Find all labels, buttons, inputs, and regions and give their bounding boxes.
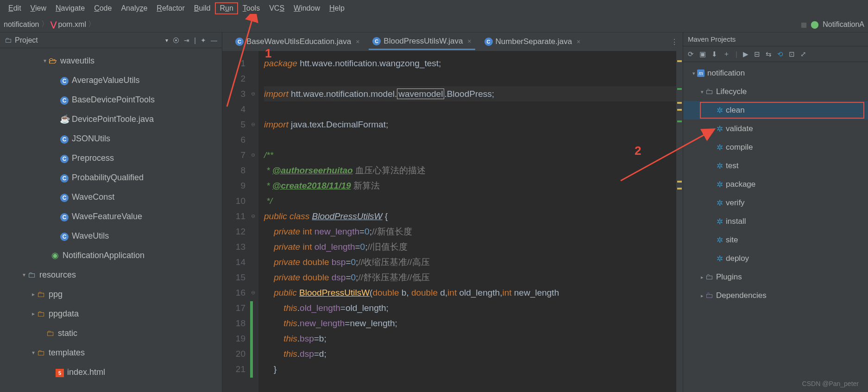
caret-icon[interactable]: ▸ <box>699 293 705 299</box>
maven-item-deploy[interactable]: ✲deploy <box>683 249 868 268</box>
caret-icon[interactable]: ▾ <box>30 349 37 356</box>
fold-icon[interactable]: ⊖ <box>251 285 255 300</box>
show-dependencies-icon[interactable]: ⟲ <box>777 50 783 58</box>
close-icon[interactable]: × <box>356 38 359 45</box>
code-line[interactable]: this.new_length=new_length; <box>264 316 676 331</box>
code-line[interactable]: */ <box>264 193 676 209</box>
tree-item-probabilityqualified[interactable]: CProbabilityQualified <box>0 168 222 187</box>
tree-item-index-html[interactable]: 5index.html <box>0 362 222 382</box>
warning-marker[interactable] <box>677 102 682 104</box>
tree-item-wavefeaturevalue[interactable]: CWaveFeatureValue <box>0 207 222 226</box>
maven-item-clean[interactable]: ✲clean <box>683 101 868 120</box>
menu-build[interactable]: Build <box>189 2 215 14</box>
tree-item-ppgdata[interactable]: ▸🗀ppgdata <box>0 304 222 323</box>
code-line[interactable]: /** <box>264 147 676 163</box>
code-line[interactable]: } <box>264 361 676 377</box>
tree-item-waveutils[interactable]: CWaveUtils <box>0 226 222 246</box>
maven-item-test[interactable]: ✲test <box>683 157 868 175</box>
code-line[interactable]: this.old_length=old_length; <box>264 300 676 316</box>
menu-view[interactable]: View <box>26 2 51 14</box>
collapse-all-icon[interactable]: ⊡ <box>789 50 795 58</box>
run-icon[interactable]: ▶ <box>743 50 748 58</box>
caret-icon[interactable]: ▸ <box>30 310 37 317</box>
add-icon[interactable]: ＋ <box>723 50 730 58</box>
menu-run[interactable]: Run <box>215 2 238 14</box>
breadcrumb-item[interactable]: notification <box>4 20 39 29</box>
maven-item-package[interactable]: ✲package <box>683 175 868 194</box>
menu-code[interactable]: Code <box>89 2 116 14</box>
code-line[interactable]: private double bsp=0;//收缩压基准//高压 <box>264 254 676 270</box>
grid-icon[interactable]: ▦ <box>801 21 807 28</box>
caret-icon[interactable]: ▸ <box>699 274 705 280</box>
run-config-icon[interactable]: ⬤ <box>811 20 819 29</box>
run-config-name[interactable]: NotificationA <box>823 20 864 29</box>
code-content[interactable]: package htt.wave.notification.wangzong_t… <box>258 51 676 392</box>
code-line[interactable]: public class BloodPressUtilsW { <box>264 209 676 224</box>
caret-icon[interactable]: ▾ <box>42 57 48 64</box>
error-stripe[interactable] <box>676 51 683 392</box>
tab-overflow-icon[interactable]: ⋮ <box>671 38 678 46</box>
execute-icon[interactable]: ⊟ <box>754 50 760 58</box>
menu-tools[interactable]: Tools <box>238 2 264 14</box>
settings-icon[interactable]: ✦ <box>201 37 206 44</box>
ok-marker[interactable] <box>677 120 682 122</box>
code-line[interactable]: this.dsp=d; <box>264 346 676 361</box>
maven-item-dependencies[interactable]: ▸🗀Dependencies <box>683 286 868 305</box>
download-icon[interactable]: ⬇ <box>711 50 717 58</box>
tree-item-preprocess[interactable]: CPreprocess <box>0 148 222 168</box>
tree-item-templates[interactable]: ▾🗀templates <box>0 343 222 362</box>
tree-item-averagevalueutils[interactable]: CAverageValueUtils <box>0 70 222 90</box>
code-line[interactable] <box>264 71 676 86</box>
warning-marker[interactable] <box>677 60 682 62</box>
tree-item-devicepointtoole-java[interactable]: ☕DevicePointToole.java <box>0 109 222 129</box>
tree-item-resources[interactable]: ▾🗀resources <box>0 265 222 285</box>
maven-item-install[interactable]: ✲install <box>683 212 868 231</box>
menu-help[interactable]: Help <box>325 2 349 14</box>
editor-tab[interactable]: CBaseWaveUtilsEducation.java× <box>232 34 363 49</box>
warning-marker[interactable] <box>677 109 682 111</box>
menu-analyze[interactable]: Analyze <box>116 2 152 14</box>
fold-icon[interactable]: ⊖ <box>251 147 255 163</box>
maven-item-plugins[interactable]: ▸🗀Plugins <box>683 268 868 286</box>
maven-item-notification[interactable]: ▾mnotification <box>683 64 868 82</box>
hide-icon[interactable]: — <box>211 37 217 44</box>
tree-item-ppg[interactable]: ▸🗀ppg <box>0 285 222 304</box>
tree-item-basedevicepointtools[interactable]: CBaseDevicePointTools <box>0 90 222 109</box>
code-line[interactable]: package htt.wave.notification.wangzong_t… <box>264 56 676 71</box>
code-line[interactable]: private int old_length=0;//旧值长度 <box>264 239 676 254</box>
project-tree[interactable]: ▾🗁waveutilsCAverageValueUtilsCBaseDevice… <box>0 48 222 392</box>
code-line[interactable]: * @create2018/11/19 新算法 <box>264 178 676 193</box>
fold-icon[interactable]: ⊖ <box>251 86 255 101</box>
fold-gutter[interactable]: ⊖⊖⊖⊖⊖ <box>250 51 258 392</box>
dropdown-icon[interactable]: ▾ <box>165 37 168 44</box>
code-line[interactable] <box>264 101 676 117</box>
maven-settings-icon[interactable]: ⤢ <box>800 50 806 58</box>
maven-item-site[interactable]: ✲site <box>683 231 868 249</box>
caret-icon[interactable]: ▾ <box>691 70 697 76</box>
tree-item-jsonutils[interactable]: CJSONUtils <box>0 129 222 148</box>
maven-item-verify[interactable]: ✲verify <box>683 194 868 212</box>
maven-item-lifecycle[interactable]: ▾🗀Lifecycle <box>683 82 868 101</box>
menu-vcs[interactable]: VCS <box>264 2 289 14</box>
fold-icon[interactable]: ⊖ <box>251 209 255 224</box>
code-line[interactable]: private int new_length=0;//新值长度 <box>264 224 676 239</box>
fold-icon[interactable]: ⊖ <box>251 117 255 132</box>
code-editor[interactable]: 123456789101112131415161718192021 ⊖⊖⊖⊖⊖ … <box>222 51 683 392</box>
target-icon[interactable]: ⦿ <box>173 37 179 44</box>
maven-panel-title[interactable]: Maven Projects <box>683 32 868 46</box>
warning-marker[interactable] <box>677 181 682 183</box>
code-line[interactable] <box>264 132 676 147</box>
tree-item-waveconst[interactable]: CWaveConst <box>0 187 222 207</box>
tree-item-notificationapplication[interactable]: ◉NotificationApplication <box>0 246 222 265</box>
caret-icon[interactable]: ▾ <box>21 272 27 278</box>
editor-tab[interactable]: CNumberSeparate.java× <box>481 34 585 49</box>
maven-item-validate[interactable]: ✲validate <box>683 120 868 138</box>
menu-window[interactable]: Window <box>289 2 325 14</box>
code-line[interactable]: import htt.wave.notification.model.wavem… <box>264 86 676 101</box>
close-icon[interactable]: × <box>577 38 580 45</box>
maven-tree[interactable]: ▾mnotification▾🗀Lifecycle✲clean✲validate… <box>683 62 868 392</box>
breadcrumb-item[interactable]: pom.xml <box>58 20 86 29</box>
code-line[interactable]: import java.text.DecimalFormat; <box>264 117 676 132</box>
refresh-icon[interactable]: ⟳ <box>688 50 694 58</box>
maven-item-compile[interactable]: ✲compile <box>683 138 868 157</box>
